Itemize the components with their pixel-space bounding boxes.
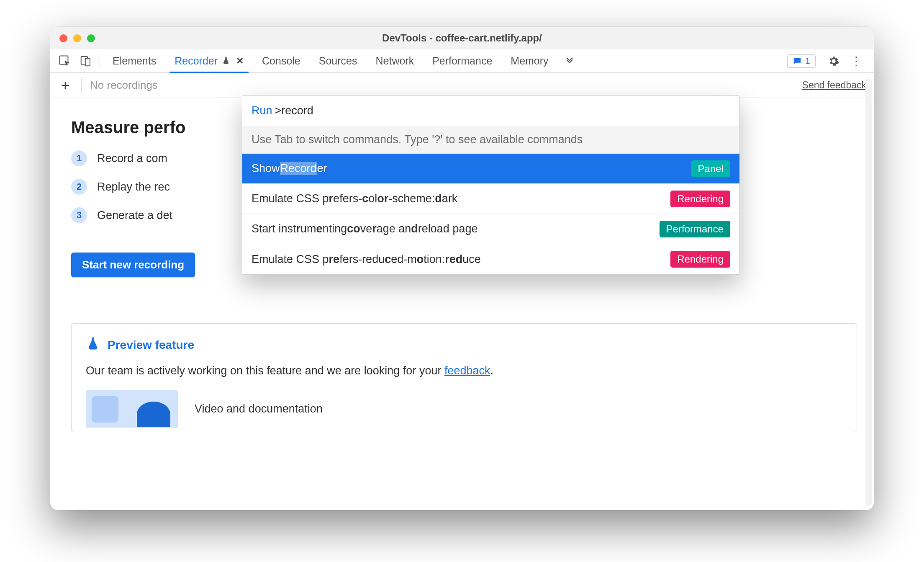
tab-console[interactable]: Console <box>253 49 310 72</box>
tab-elements[interactable]: Elements <box>103 49 165 72</box>
titlebar: DevTools - coffee-cart.netlify.app/ <box>50 27 874 49</box>
tab-performance[interactable]: Performance <box>423 49 501 72</box>
media-row: Video and documentation <box>86 390 842 428</box>
preview-feature-card: Preview feature Our team is actively wor… <box>71 323 857 432</box>
recorder-subbar: + No recordings Send feedback <box>50 73 874 98</box>
preview-body-text: Our team is actively working on this fea… <box>86 364 444 377</box>
command-palette: Run >record Use Tab to switch commands. … <box>242 95 740 275</box>
tab-label: Recorder <box>175 55 218 67</box>
command-query: >record <box>275 104 313 117</box>
start-new-recording-button[interactable]: Start new recording <box>71 253 195 277</box>
command-item-label: Start instrumenting coverage and reload … <box>252 222 477 235</box>
command-item-label: Emulate CSS prefers-reduced-motion: redu… <box>252 253 481 266</box>
flask-icon <box>222 55 230 67</box>
command-item[interactable]: Start instrumenting coverage and reload … <box>242 214 739 244</box>
command-item-label: Emulate CSS prefers-color-scheme: dark <box>252 192 457 205</box>
step-text: Generate a det <box>97 209 172 222</box>
messages-chip[interactable]: 1 <box>787 54 816 68</box>
inspect-element-icon[interactable] <box>54 49 75 72</box>
tab-label: Console <box>262 55 300 67</box>
minimize-window-button[interactable] <box>73 34 81 42</box>
command-item-badge: Rendering <box>670 191 730 207</box>
more-menu-icon[interactable]: ⋮ <box>847 54 865 68</box>
device-toolbar-icon[interactable] <box>75 49 96 72</box>
window-controls <box>50 34 95 42</box>
step-number: 1 <box>71 150 87 166</box>
add-recording-icon[interactable]: + <box>58 77 73 93</box>
tab-label: Performance <box>432 55 492 67</box>
recordings-placeholder: No recordings <box>90 79 158 92</box>
subbar-divider <box>81 78 82 93</box>
video-thumbnail[interactable] <box>86 390 178 428</box>
scrollbar[interactable] <box>865 79 872 506</box>
step-text: Record a com <box>97 152 167 165</box>
close-tab-icon[interactable]: ✕ <box>236 56 244 67</box>
step-number: 2 <box>71 179 87 195</box>
window-title: DevTools - coffee-cart.netlify.app/ <box>50 32 874 44</box>
tab-label: Elements <box>113 55 156 67</box>
toolbar-divider <box>100 54 100 68</box>
command-hint: Use Tab to switch commands. Type '?' to … <box>242 126 739 154</box>
tab-network[interactable]: Network <box>367 49 424 72</box>
step-number: 3 <box>71 207 87 223</box>
settings-icon[interactable] <box>824 55 843 67</box>
tab-sources[interactable]: Sources <box>310 49 367 72</box>
command-item-label: Show Recorder <box>252 162 327 175</box>
messages-count: 1 <box>805 56 810 67</box>
command-item[interactable]: Emulate CSS prefers-reduced-motion: redu… <box>242 244 739 274</box>
tabstrip: Elements Recorder ✕ Console Sources Netw… <box>50 49 874 73</box>
command-item-badge: Rendering <box>670 251 730 268</box>
command-input-row[interactable]: Run >record <box>242 96 739 126</box>
devtools-window: DevTools - coffee-cart.netlify.app/ Elem… <box>50 27 874 510</box>
tab-recorder[interactable]: Recorder ✕ <box>165 49 253 72</box>
tab-label: Memory <box>511 55 548 67</box>
zoom-window-button[interactable] <box>87 34 95 42</box>
command-item-badge: Panel <box>691 160 730 177</box>
tab-memory[interactable]: Memory <box>501 49 557 72</box>
tab-label: Sources <box>319 55 357 67</box>
feedback-link[interactable]: feedback <box>444 364 490 377</box>
flask-icon <box>86 336 100 353</box>
close-window-button[interactable] <box>59 34 67 42</box>
svg-rect-2 <box>85 58 90 66</box>
media-title: Video and documentation <box>195 402 323 415</box>
preview-body: Our team is actively working on this fea… <box>86 364 842 377</box>
send-feedback-link[interactable]: Send feedback <box>802 80 866 91</box>
preview-title: Preview feature <box>108 338 194 352</box>
step-text: Replay the rec <box>97 180 170 193</box>
tab-label: Network <box>376 55 414 67</box>
command-item-badge: Performance <box>660 221 730 237</box>
tabs-overflow-icon[interactable] <box>558 49 581 72</box>
preview-body-suffix: . <box>490 364 494 377</box>
run-label: Run <box>252 104 272 117</box>
command-item[interactable]: Show RecorderPanel <box>242 154 739 184</box>
command-item[interactable]: Emulate CSS prefers-color-scheme: darkRe… <box>242 184 739 214</box>
